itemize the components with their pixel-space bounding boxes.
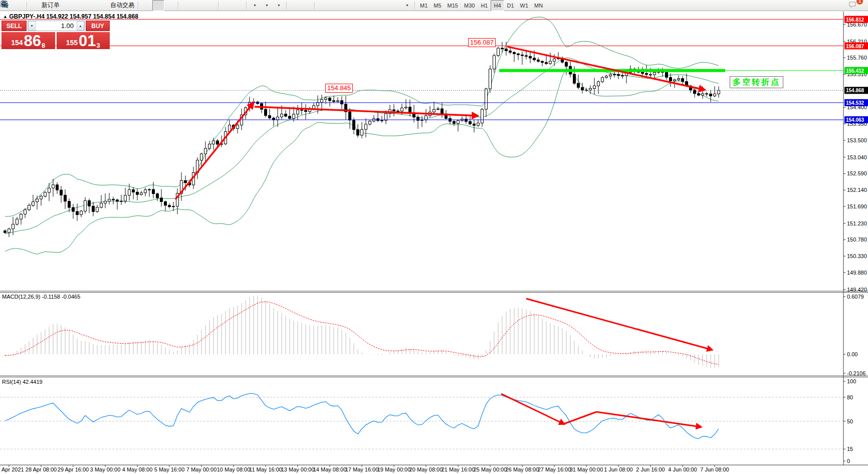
- cursor-icon[interactable]: [289, 0, 301, 11]
- zoom-in-icon[interactable]: [180, 0, 192, 11]
- candle-body: [293, 114, 295, 119]
- fibonacci-icon[interactable]: F: [365, 0, 377, 11]
- shapes-icon[interactable]: ▼: [401, 0, 413, 11]
- notifications-icon[interactable]: 1: [848, 0, 860, 11]
- horizontal-line-icon[interactable]: [329, 0, 341, 11]
- candlestick-chart-icon[interactable]: [152, 0, 164, 11]
- chart-profile-icon[interactable]: [13, 0, 25, 11]
- community-icon[interactable]: [74, 0, 86, 11]
- trend-arrow[interactable]: [255, 107, 477, 116]
- text-label-icon[interactable]: T: [389, 0, 401, 11]
- autoscroll-icon[interactable]: [221, 0, 233, 11]
- candle-body: [237, 125, 239, 129]
- timeframe-MN[interactable]: MN: [531, 0, 546, 11]
- time-tick-label[interactable]: 14 May 08:00: [313, 466, 347, 472]
- rsi-arrow[interactable]: [501, 394, 564, 424]
- timeframe-M5[interactable]: M5: [430, 0, 444, 11]
- symbol-ohlc-text: GBPJPY-.H4 154.922 154.957 154.854 154.8…: [9, 13, 138, 20]
- time-tick-label[interactable]: 20 May 08:00: [409, 466, 443, 472]
- new-indicator-icon[interactable]: ▼: [249, 0, 261, 11]
- time-tick-label[interactable]: 11 May 16:00: [249, 466, 282, 472]
- volume-increase-button[interactable]: ▲: [77, 21, 84, 31]
- text-icon[interactable]: A: [377, 0, 389, 11]
- timeframe-M30[interactable]: M30: [461, 0, 478, 11]
- volume-decrease-button[interactable]: ▼: [28, 21, 36, 31]
- line-chart-icon[interactable]: [164, 0, 176, 11]
- autotrade-icon[interactable]: [98, 0, 110, 11]
- time-tick-label[interactable]: 21 May 16:00: [442, 466, 475, 472]
- time-tick-label[interactable]: 25 May 00:00: [474, 466, 507, 472]
- zoom-out-icon[interactable]: [192, 0, 204, 11]
- candle-body: [289, 116, 291, 118]
- crosshair-icon[interactable]: [301, 0, 313, 11]
- buy-price[interactable]: 155013: [57, 32, 110, 49]
- candle-body: [76, 211, 79, 214]
- time-tick-label[interactable]: 17 May 16:00: [345, 466, 379, 472]
- sell-price[interactable]: 154868: [2, 32, 55, 49]
- candle-body: [353, 120, 355, 130]
- candle-body: [361, 129, 363, 135]
- buy-button[interactable]: BUY: [86, 21, 110, 31]
- time-tick-label[interactable]: 1 Jun 08:00: [604, 466, 633, 472]
- time-tick-label[interactable]: 7 May 00:00: [186, 466, 217, 472]
- autotrade-label[interactable]: 自动交易: [110, 1, 134, 10]
- equidistant-channel-icon[interactable]: E: [353, 0, 365, 11]
- time-tick-label[interactable]: 27 May 16:00: [538, 466, 571, 472]
- search-icon[interactable]: [833, 0, 845, 11]
- candle-body: [666, 72, 668, 77]
- new-order-label[interactable]: 新订单: [42, 1, 60, 10]
- time-tick-label[interactable]: 4 Jun 00:00: [668, 466, 697, 472]
- time-tick-label[interactable]: 19 May 00:00: [377, 466, 411, 472]
- rsi-arrow[interactable]: [596, 412, 701, 427]
- trend-arrow[interactable]: [175, 103, 253, 199]
- timeframe-M1[interactable]: M1: [417, 0, 430, 11]
- trendline-icon[interactable]: [341, 0, 353, 11]
- candle-body: [441, 109, 444, 114]
- timeframe-H4[interactable]: H4: [491, 0, 504, 11]
- chart-annotation[interactable]: 154.845: [325, 84, 353, 93]
- rsi-tick-label: 100: [847, 378, 856, 384]
- new-order-button[interactable]: [29, 0, 41, 11]
- candle-body: [649, 75, 652, 75]
- timeframe-W1[interactable]: W1: [517, 0, 532, 11]
- time-tick-label[interactable]: 5 May 16:00: [154, 466, 185, 472]
- timeframe-H1[interactable]: H1: [478, 0, 491, 11]
- candle-body: [425, 116, 427, 120]
- time-tick-label[interactable]: 28 Apr 08:00: [26, 466, 57, 472]
- sell-price-pip: 8: [42, 43, 45, 49]
- chart-annotation[interactable]: 多空转折点: [730, 76, 783, 88]
- tile-windows-icon[interactable]: [204, 0, 216, 11]
- trade-panel-price-row: 154868 155013: [2, 32, 110, 49]
- collapse-marker-icon[interactable]: ▲: [3, 14, 8, 19]
- price-tick-label: 152.140: [847, 187, 867, 193]
- chart-surface[interactable]: 156.670156.210155.760155.310154.400153.9…: [0, 0, 868, 474]
- periods-icon[interactable]: ▼: [261, 0, 273, 11]
- chart-annotation[interactable]: 156.087: [468, 38, 496, 47]
- templates-icon[interactable]: ▼: [273, 0, 285, 11]
- time-tick-label[interactable]: 7 Jun 08:00: [700, 466, 729, 472]
- candle-body: [204, 148, 207, 154]
- time-tick-label[interactable]: 31 May 00:00: [570, 466, 603, 472]
- gold-icon[interactable]: [62, 0, 74, 11]
- timeframe-M15[interactable]: M15: [445, 0, 461, 11]
- candle-body: [577, 83, 580, 87]
- rsi-arrow[interactable]: [564, 412, 596, 424]
- time-tick-label[interactable]: 3 May 00:00: [90, 466, 121, 472]
- time-tick-label[interactable]: 10 May 08:00: [217, 466, 251, 472]
- candle-body: [609, 75, 612, 76]
- signals-icon[interactable]: [86, 0, 98, 11]
- price-badge-label: 156.812: [846, 17, 864, 23]
- vertical-line-icon[interactable]: [317, 0, 329, 11]
- timeframe-D1[interactable]: D1: [504, 0, 517, 11]
- time-tick-label[interactable]: 2 Jun 16:00: [636, 466, 665, 472]
- time-tick-label[interactable]: 13 May 00:00: [281, 466, 315, 472]
- time-tick-label[interactable]: 29 Apr 16:00: [58, 466, 89, 472]
- sell-button[interactable]: SELL: [2, 21, 27, 31]
- time-tick-label[interactable]: 4 May 08:00: [122, 466, 153, 472]
- bar-chart-icon[interactable]: [140, 0, 152, 11]
- time-tick-label[interactable]: 27 Apr 2021: [0, 466, 24, 472]
- chart-shift-icon[interactable]: [233, 0, 245, 11]
- candle-body: [702, 94, 704, 95]
- time-tick-label[interactable]: 26 May 08:00: [506, 466, 539, 472]
- volume-value[interactable]: 1.00: [36, 21, 77, 31]
